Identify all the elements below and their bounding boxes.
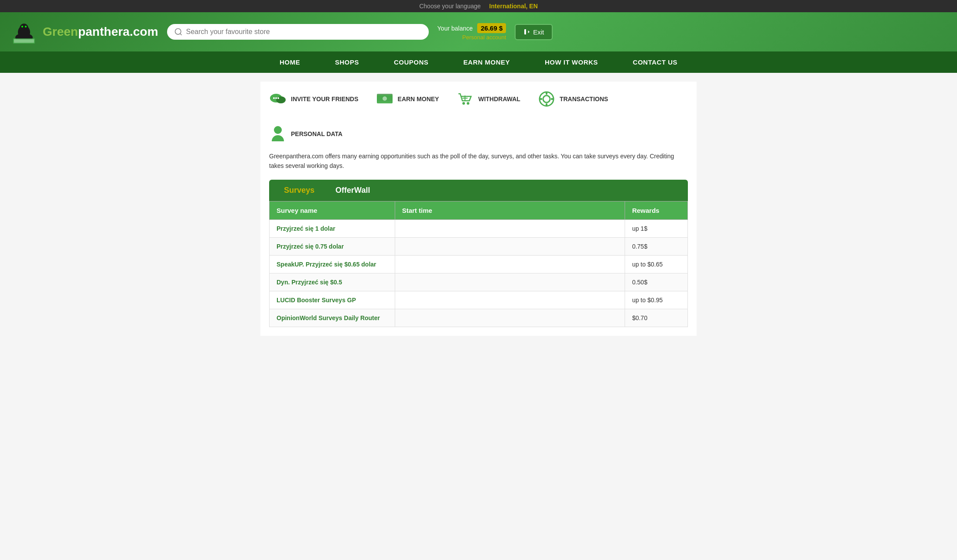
- cart-icon: [456, 90, 474, 108]
- balance-area: Your balance 26.69 $ Personal account: [437, 23, 506, 41]
- nav-earn-money[interactable]: EARN MONEY: [446, 51, 527, 73]
- sub-nav-invite[interactable]: INVITE YOUR FRIENDS: [269, 90, 359, 108]
- survey-name-cell[interactable]: Dyn. Przyjrzeć się $0.5: [270, 273, 395, 291]
- tab-offerwall[interactable]: OfferWall: [325, 180, 380, 201]
- start-time-cell: [395, 309, 625, 327]
- survey-name-cell[interactable]: Przyjrzeć się 0.75 dolar: [270, 237, 395, 255]
- col-header-rewards: Rewards: [625, 201, 688, 219]
- survey-name-cell[interactable]: LUCID Booster Surveys GP: [270, 291, 395, 309]
- logo-icon: [9, 20, 39, 44]
- sub-nav: INVITE YOUR FRIENDS EARN MONEY: [269, 90, 688, 143]
- sub-nav-transactions[interactable]: TRANSACTIONS: [538, 90, 608, 108]
- sub-nav-withdrawal[interactable]: WITHDRAWAL: [456, 90, 520, 108]
- exit-icon: [523, 28, 530, 35]
- selected-language[interactable]: International, EN: [489, 3, 538, 10]
- svg-point-20: [467, 102, 469, 105]
- nav-coupons[interactable]: COUPONS: [376, 51, 446, 73]
- table-row[interactable]: Przyjrzeć się 1 dolar up 1$: [270, 219, 688, 237]
- table-row[interactable]: SpeakUP. Przyjrzeć się $0.65 dolar up to…: [270, 255, 688, 273]
- table-row[interactable]: Dyn. Przyjrzeć się $0.5 0.50$: [270, 273, 688, 291]
- survey-name-cell[interactable]: SpeakUP. Przyjrzeć się $0.65 dolar: [270, 255, 395, 273]
- balance-label: Your balance: [437, 25, 473, 32]
- search-icon: [174, 27, 183, 36]
- nav-contact-us[interactable]: CONTACT US: [615, 51, 695, 73]
- reward-cell: up to $0.95: [625, 291, 688, 309]
- survey-table: Survey name Start time Rewards Przyjrzeć…: [269, 201, 688, 327]
- personal-account-link[interactable]: Personal account: [437, 34, 506, 41]
- svg-rect-26: [546, 103, 547, 106]
- svg-point-29: [274, 126, 282, 134]
- svg-point-13: [277, 97, 279, 99]
- svg-line-8: [180, 34, 181, 35]
- svg-point-7: [175, 29, 181, 34]
- nav-how-it-works[interactable]: HOW IT WORKS: [527, 51, 615, 73]
- sub-nav-personal-data[interactable]: PERSONAL DATA: [269, 125, 342, 143]
- svg-point-24: [543, 96, 550, 102]
- svg-rect-27: [540, 98, 542, 100]
- sub-nav-earn[interactable]: EARN MONEY: [376, 90, 439, 108]
- main-content: INVITE YOUR FRIENDS EARN MONEY: [260, 82, 697, 336]
- survey-name-cell[interactable]: OpinionWorld Surveys Daily Router: [270, 309, 395, 327]
- nav-shops[interactable]: SHOPS: [318, 51, 376, 73]
- start-time-cell: [395, 237, 625, 255]
- table-row[interactable]: LUCID Booster Surveys GP up to $0.95: [270, 291, 688, 309]
- search-input[interactable]: [186, 28, 422, 36]
- svg-point-11: [273, 97, 275, 99]
- start-time-cell: [395, 255, 625, 273]
- start-time-cell: [395, 219, 625, 237]
- logo-text: Greenpanthera.com: [43, 25, 158, 39]
- gear-icon: [538, 90, 555, 108]
- svg-point-4: [25, 26, 27, 27]
- person-icon: [269, 125, 287, 143]
- tabs-bar: Surveys OfferWall: [269, 180, 688, 201]
- exit-button[interactable]: Exit: [515, 24, 553, 40]
- reward-cell: up 1$: [625, 219, 688, 237]
- reward-cell: 0.75$: [625, 237, 688, 255]
- logo-area[interactable]: Greenpanthera.com: [9, 20, 158, 44]
- reward-cell: $0.70: [625, 309, 688, 327]
- svg-rect-6: [14, 39, 34, 43]
- chat-icon: [269, 90, 287, 108]
- nav-home[interactable]: HOME: [262, 51, 318, 73]
- svg-point-19: [462, 102, 465, 105]
- money-icon: [376, 90, 393, 108]
- balance-amount: 26.69 $: [477, 23, 506, 33]
- col-header-survey-name: Survey name: [270, 201, 395, 219]
- reward-cell: up to $0.65: [625, 255, 688, 273]
- svg-point-10: [276, 96, 286, 103]
- nav-bar: HOME SHOPS COUPONS EARN MONEY HOW IT WOR…: [0, 51, 957, 73]
- start-time-cell: [395, 273, 625, 291]
- language-bar: Choose your language International, EN: [0, 0, 957, 12]
- reward-cell: 0.50$: [625, 273, 688, 291]
- tab-surveys[interactable]: Surveys: [273, 180, 325, 201]
- svg-point-18: [383, 96, 387, 101]
- svg-point-3: [21, 26, 23, 27]
- header: Greenpanthera.com Your balance 26.69 $ P…: [0, 12, 957, 51]
- description-text: Greenpanthera.com offers many earning op…: [269, 151, 688, 171]
- start-time-cell: [395, 291, 625, 309]
- table-row[interactable]: OpinionWorld Surveys Daily Router $0.70: [270, 309, 688, 327]
- svg-point-12: [275, 97, 277, 99]
- svg-rect-28: [551, 98, 554, 100]
- svg-rect-25: [546, 92, 547, 95]
- svg-point-2: [20, 24, 28, 32]
- survey-name-cell[interactable]: Przyjrzeć się 1 dolar: [270, 219, 395, 237]
- col-header-start-time: Start time: [395, 201, 625, 219]
- search-area: [167, 24, 429, 40]
- table-row[interactable]: Przyjrzeć się 0.75 dolar 0.75$: [270, 237, 688, 255]
- choose-language-label[interactable]: Choose your language: [419, 3, 481, 10]
